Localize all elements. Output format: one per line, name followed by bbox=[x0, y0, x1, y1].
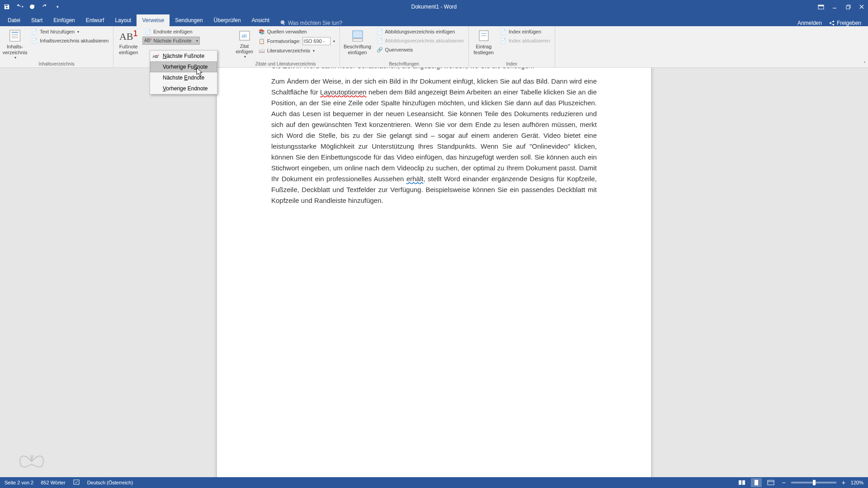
close-icon[interactable] bbox=[855, 2, 868, 12]
dropdown-next-footnote[interactable]: AB1Nächste Fußnote bbox=[150, 51, 217, 61]
group-toc: Inhalts- verzeichnis▾ 📄Text hinzufügen▾ … bbox=[0, 26, 113, 67]
insert-endnote-button[interactable]: 📄Endnote einfügen bbox=[142, 28, 199, 36]
update-tof-icon: 📄 bbox=[376, 37, 383, 44]
zoom-level[interactable]: 120% bbox=[851, 480, 863, 485]
svg-rect-25 bbox=[739, 480, 741, 485]
qat-customize-icon[interactable]: ▾ bbox=[53, 2, 62, 11]
tab-references[interactable]: Verweise bbox=[137, 14, 170, 26]
tab-view[interactable]: Ansicht bbox=[246, 14, 275, 26]
svg-rect-2 bbox=[818, 5, 824, 6]
ribbon-display-icon[interactable] bbox=[815, 2, 827, 12]
dropdown-next-endnote[interactable]: Nächste Endnote bbox=[150, 72, 217, 83]
minimize-icon[interactable] bbox=[828, 2, 841, 12]
quick-access-toolbar: ▾ ▾ bbox=[0, 2, 62, 11]
zoom-thumb[interactable] bbox=[813, 480, 816, 485]
endnote-icon: 📄 bbox=[144, 28, 151, 35]
svg-rect-26 bbox=[742, 480, 745, 485]
svg-rect-27 bbox=[755, 480, 758, 485]
caption-label: Beschriftung einfügen bbox=[344, 44, 371, 56]
status-language[interactable]: Deutsch (Österreich) bbox=[87, 480, 133, 485]
update-tof-button[interactable]: 📄Abbildungsverzeichnis aktualisieren bbox=[374, 37, 466, 45]
style-icon: 📋 bbox=[258, 38, 265, 45]
tab-start[interactable]: Start bbox=[26, 14, 48, 26]
update-icon: 📄 bbox=[31, 37, 38, 44]
tab-mailings[interactable]: Sendungen bbox=[170, 14, 208, 26]
crossref-icon: 🔗 bbox=[376, 46, 383, 53]
next-footnote-button[interactable]: AB1Nächste Fußnote▾ bbox=[142, 37, 199, 45]
repeat-icon[interactable] bbox=[28, 2, 37, 11]
svg-line-11 bbox=[830, 23, 833, 25]
update-index-button[interactable]: 📄Index aktualisieren bbox=[498, 37, 552, 45]
citation-label: Zitat einfügen bbox=[236, 44, 253, 55]
status-page[interactable]: Seite 2 von 2 bbox=[5, 480, 33, 485]
collapse-ribbon-icon[interactable]: ˄ bbox=[863, 61, 866, 66]
tell-me-placeholder: Was möchten Sie tun? bbox=[288, 20, 342, 26]
share-button[interactable]: Freigeben bbox=[829, 20, 861, 26]
page[interactable]: Wenn Sie Formatvorlagen anwenden, ändern… bbox=[217, 68, 651, 477]
next-footnote-icon: AB1 bbox=[144, 37, 151, 44]
manage-sources-button[interactable]: 📚Quellen verwalten bbox=[256, 28, 337, 36]
view-print-icon[interactable] bbox=[751, 478, 762, 487]
maximize-icon[interactable] bbox=[842, 2, 854, 12]
footnote-label: Fußnote einfügen bbox=[119, 44, 138, 56]
tab-layout[interactable]: Layout bbox=[109, 14, 137, 26]
group-label-toc: Inhaltsverzeichnis bbox=[3, 61, 110, 67]
body-text[interactable]: Wenn Sie Formatvorlagen anwenden, ändern… bbox=[271, 68, 597, 206]
dropdown-prev-endnote[interactable]: Vorherige Endnote bbox=[150, 83, 217, 94]
insert-tof-button[interactable]: 📄Abbildungsverzeichnis einfügen bbox=[374, 28, 466, 36]
view-web-icon[interactable] bbox=[765, 478, 776, 487]
insert-citation-button[interactable]: ab Zitat einfügen▾ bbox=[235, 28, 255, 60]
bibliography-icon: 📖 bbox=[258, 47, 265, 54]
group-captions: Beschriftung einfügen 📄Abbildungsverzeic… bbox=[340, 26, 469, 67]
citation-style-select[interactable]: 📋Formatvorlage: ISO 690 -▾ bbox=[256, 37, 337, 46]
toc-icon bbox=[8, 28, 22, 43]
undo-icon[interactable]: ▾ bbox=[15, 2, 24, 11]
view-read-icon[interactable] bbox=[736, 478, 747, 487]
next-footnote-dropdown: AB1Nächste Fußnote Vorherige Fußnote Näc… bbox=[150, 50, 217, 94]
insert-caption-button[interactable]: Beschriftung einfügen bbox=[343, 28, 373, 56]
zoom-in-button[interactable]: + bbox=[840, 479, 847, 486]
mark-entry-icon bbox=[476, 28, 491, 43]
update-toc-button[interactable]: 📄Inhaltsverzeichnis aktualisieren bbox=[29, 37, 110, 45]
toc-button[interactable]: Inhalts- verzeichnis▾ bbox=[3, 28, 27, 61]
zoom-slider[interactable] bbox=[791, 482, 836, 483]
add-text-button[interactable]: 📄Text hinzufügen▾ bbox=[29, 28, 110, 36]
tab-review[interactable]: Überprüfen bbox=[208, 14, 246, 26]
zoom-out-button[interactable]: − bbox=[780, 479, 787, 486]
group-label-captions: Beschriftungen bbox=[343, 61, 466, 67]
redo-icon[interactable] bbox=[40, 2, 49, 11]
save-icon[interactable] bbox=[2, 2, 11, 11]
tof-icon: 📄 bbox=[376, 28, 383, 35]
group-label-citations: Zitate und Literaturverzeichnis bbox=[235, 61, 337, 67]
insert-index-icon: 📄 bbox=[500, 28, 507, 35]
window-title: Dokument1 - Word bbox=[411, 4, 457, 10]
update-index-icon: 📄 bbox=[500, 37, 507, 44]
status-words[interactable]: 852 Wörter bbox=[41, 480, 65, 485]
svg-rect-12 bbox=[10, 30, 20, 41]
crossref-button[interactable]: 🔗Querverweis bbox=[374, 46, 466, 54]
title-bar: ▾ ▾ Dokument1 - Word bbox=[0, 0, 868, 14]
tell-me-search[interactable]: Was möchten Sie tun? bbox=[275, 20, 347, 26]
mark-entry-button[interactable]: Eintrag festlegen bbox=[472, 28, 496, 56]
sign-in-link[interactable]: Anmelden bbox=[797, 20, 822, 26]
document-area: Wenn Sie Formatvorlagen anwenden, ändern… bbox=[0, 68, 868, 477]
mark-entry-label: Eintrag festlegen bbox=[474, 44, 494, 56]
tab-insert[interactable]: Einfügen bbox=[48, 14, 80, 26]
caption-icon bbox=[350, 28, 365, 43]
tab-design[interactable]: Entwurf bbox=[80, 14, 110, 26]
group-index: Eintrag festlegen 📄Index einfügen 📄Index… bbox=[469, 26, 555, 67]
add-text-icon: 📄 bbox=[31, 28, 38, 35]
svg-rect-20 bbox=[353, 39, 363, 41]
tab-file[interactable]: Datei bbox=[2, 14, 26, 26]
insert-index-button[interactable]: 📄Index einfügen bbox=[498, 28, 552, 36]
dropdown-prev-footnote[interactable]: Vorherige Fußnote bbox=[150, 61, 217, 72]
sources-icon: 📚 bbox=[258, 28, 265, 35]
ribbon: Inhalts- verzeichnis▾ 📄Text hinzufügen▾ … bbox=[0, 26, 868, 68]
spell-error-layoutoptionen[interactable]: Layoutoptionen bbox=[320, 88, 367, 96]
status-proofing-icon[interactable] bbox=[73, 479, 80, 486]
insert-footnote-button[interactable]: AB1 Fußnote einfügen bbox=[116, 28, 141, 56]
grammar-error-erhaelt[interactable]: erhält bbox=[406, 175, 424, 183]
share-label: Freigeben bbox=[837, 20, 861, 26]
bibliography-button[interactable]: 📖Literaturverzeichnis▾ bbox=[256, 47, 337, 55]
svg-rect-19 bbox=[353, 31, 363, 38]
